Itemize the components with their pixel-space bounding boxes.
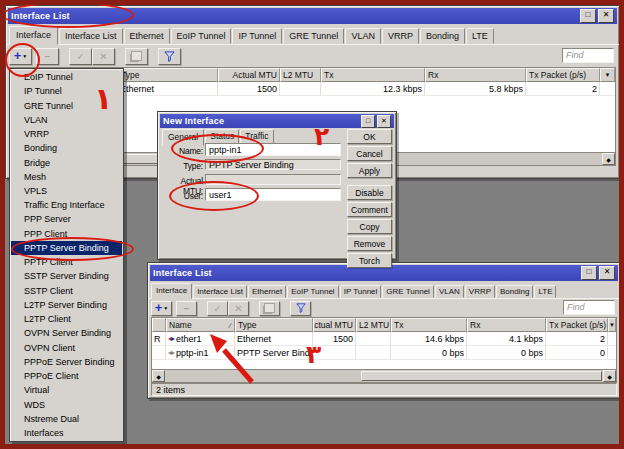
tab[interactable]: Interface (151, 283, 192, 299)
scrollbar-thumb[interactable] (361, 371, 602, 381)
dialog-button[interactable]: Comment (347, 202, 392, 217)
menu-item[interactable]: EoIP Tunnel (11, 70, 122, 84)
column-header-tx-packet[interactable]: Tx Packet (p/s) (526, 68, 600, 82)
tab[interactable]: IP Tunnel (340, 285, 382, 298)
menu-item[interactable]: Bridge (11, 155, 122, 169)
menu-item[interactable]: VPLS (11, 184, 122, 198)
maximize-button[interactable]: □ (580, 9, 596, 23)
add-button[interactable]: + ▼ (151, 301, 172, 316)
comment-button[interactable] (125, 48, 148, 65)
scroll-left-button[interactable]: ◆ (152, 370, 165, 382)
tab[interactable]: Ethernet (248, 285, 286, 298)
tab[interactable]: Bonding (420, 28, 465, 44)
tab[interactable]: GRE Tunnel (283, 28, 344, 44)
find-input[interactable]: Find (562, 48, 614, 63)
menu-item[interactable]: Interfaces (11, 426, 122, 440)
column-header-rx[interactable]: Rx (467, 318, 546, 332)
tab[interactable]: IP Tunnel (232, 28, 282, 44)
column-header-type[interactable]: Type (118, 68, 218, 82)
menu-item[interactable]: PPTP Client (11, 255, 122, 269)
tab[interactable]: VRRP (465, 285, 495, 298)
column-header-flags[interactable] (152, 318, 166, 332)
close-button[interactable]: ✕ (377, 115, 391, 128)
tab[interactable]: Interface (9, 26, 58, 45)
menu-item[interactable]: GRE Tunnel (11, 98, 122, 112)
tab[interactable]: GRE Tunnel (382, 285, 434, 298)
column-header-actual-mtu[interactable]: Actual MTU (313, 318, 356, 332)
menu-item[interactable]: SSTP Server Binding (11, 269, 122, 283)
remove-button[interactable]: − (176, 301, 197, 316)
dialog-button[interactable]: Remove (347, 236, 392, 251)
tab[interactable]: Bonding (496, 285, 533, 298)
menu-item[interactable]: L2TP Server Binding (11, 298, 122, 312)
enable-button[interactable]: ✓ (69, 48, 92, 65)
table-row-ether1[interactable]: R ◂▸ ether1 Ethernet 1500 14.6 kbps 4.1 … (152, 332, 616, 346)
menu-item[interactable]: Traffic Eng Interface (11, 198, 122, 212)
column-header-tx-packet[interactable]: Tx Packet (p/s) (546, 318, 608, 332)
tab[interactable]: Interface List (59, 28, 123, 44)
name-input[interactable]: pptp-in1 (205, 143, 341, 156)
menu-item[interactable]: PPP Client (11, 227, 122, 241)
column-select-button[interactable]: ▼ (608, 318, 616, 332)
dialog-button[interactable]: Disable (347, 185, 392, 200)
menu-item[interactable]: WDS (11, 397, 122, 411)
menu-item[interactable]: PPP Server (11, 212, 122, 226)
menu-item[interactable]: PPPoE Client (11, 369, 122, 383)
close-button[interactable]: ✕ (599, 266, 615, 280)
column-header-type[interactable]: Type (235, 318, 313, 332)
remove-button[interactable]: − (36, 48, 59, 65)
tab[interactable]: VLAN (345, 28, 381, 44)
add-button[interactable]: + ▼ (9, 48, 32, 65)
horizontal-scrollbar[interactable]: ◆ ◆ (152, 369, 616, 382)
column-header-tx[interactable]: Tx (391, 318, 467, 332)
user-input[interactable]: user1 (205, 188, 341, 201)
menu-item[interactable]: Bonding (11, 141, 122, 155)
enable-button[interactable]: ✓ (207, 301, 228, 316)
tab[interactable]: EoIP Tunnel (287, 285, 338, 298)
dialog-button[interactable]: Torch (347, 253, 392, 268)
tab[interactable]: Ethernet (124, 28, 170, 44)
menu-item[interactable]: OVPN Client (11, 340, 122, 354)
table-row-pptp-in1[interactable]: ◂▸ pptp-in1 PPTP Server Binding 0 bps 0 … (152, 346, 616, 360)
column-header-l2-mtu[interactable]: L2 MTU (280, 68, 321, 82)
comment-button[interactable] (259, 301, 280, 316)
menu-item[interactable]: OVPN Server Binding (11, 326, 122, 340)
menu-item[interactable]: IP Tunnel (11, 84, 122, 98)
close-button[interactable]: ✕ (598, 9, 614, 23)
tab[interactable]: VRRP (382, 28, 419, 44)
filter-button[interactable] (158, 48, 181, 65)
dialog-button[interactable]: OK (347, 129, 392, 144)
find-input[interactable]: Find (563, 300, 615, 315)
menu-item[interactable]: Nstreme Dual (11, 412, 122, 426)
scroll-right-button[interactable]: ◆ (602, 153, 615, 165)
dialog-tab[interactable]: General (162, 129, 204, 146)
menu-item[interactable]: Virtual (11, 383, 122, 397)
column-header-name[interactable]: Name / (166, 318, 235, 332)
column-header-l2-mtu[interactable]: L2 MTU (356, 318, 391, 332)
menu-item[interactable]: VRRP (11, 127, 122, 141)
menu-item[interactable]: PPTP Server Binding (11, 241, 122, 255)
scroll-right-button[interactable]: ◆ (603, 370, 616, 382)
disable-button[interactable]: ✕ (92, 48, 115, 65)
tab[interactable]: Interface List (193, 285, 247, 298)
maximize-button[interactable]: □ (581, 266, 597, 280)
menu-item[interactable]: L2TP Client (11, 312, 122, 326)
dialog-button[interactable]: Apply (347, 163, 392, 178)
column-header-rx[interactable]: Rx (425, 68, 526, 82)
menu-item[interactable]: SSTP Client (11, 284, 122, 298)
maximize-button[interactable]: □ (361, 115, 375, 128)
dialog-button[interactable]: Copy (347, 219, 392, 234)
disable-button[interactable]: ✕ (228, 301, 249, 316)
menu-item[interactable]: Mesh (11, 170, 122, 184)
tab[interactable]: EoIP Tunnel (171, 28, 232, 44)
column-header-actual-mtu[interactable]: Actual MTU (218, 68, 280, 82)
menu-item[interactable]: PPPoE Server Binding (11, 355, 122, 369)
dialog-button[interactable]: Cancel (347, 146, 392, 161)
tab[interactable]: VLAN (435, 285, 464, 298)
column-header-tx[interactable]: Tx (321, 68, 425, 82)
column-select-button[interactable]: ▼ (600, 68, 615, 82)
tab[interactable]: LTE (534, 285, 556, 298)
menu-item[interactable]: VLAN (11, 113, 122, 127)
filter-button[interactable] (290, 301, 311, 316)
tab[interactable]: LTE (466, 28, 494, 44)
